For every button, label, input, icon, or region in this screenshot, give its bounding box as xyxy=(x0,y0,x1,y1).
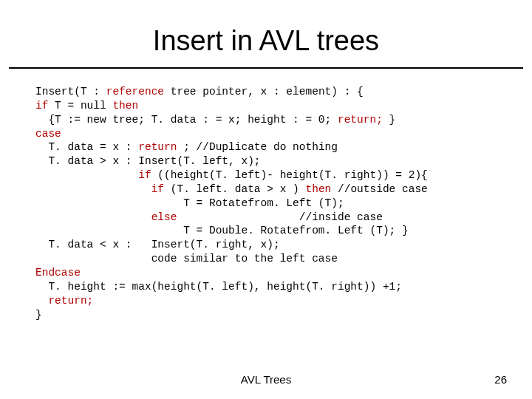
title-rule xyxy=(9,67,523,69)
t: (T. left. data > x ) xyxy=(164,183,305,195)
t xyxy=(35,211,151,223)
code-line: T. data < x : Insert(T. right, x); xyxy=(35,239,280,250)
t xyxy=(35,169,138,181)
code-line: {T := new tree; T. data : = x; height : … xyxy=(35,114,395,126)
code-line: T = Rotatefrom. Left (T); xyxy=(35,197,344,209)
kw-then: then xyxy=(305,183,331,195)
kw-if: if xyxy=(138,169,151,181)
kw-if: if xyxy=(35,100,48,112)
t: tree pointer, x : element) : { xyxy=(164,86,364,98)
t: {T := new tree; T. data : = x; height : … xyxy=(35,114,338,126)
code-block: Insert(T : reference tree pointer, x : e… xyxy=(35,85,532,321)
t: T = null xyxy=(48,100,112,112)
footer-title: AVL Trees xyxy=(0,373,532,386)
kw-then: then xyxy=(112,100,138,112)
t: } xyxy=(383,114,395,126)
kw-else: else xyxy=(151,211,177,223)
t: ; //Duplicate do nothing xyxy=(177,141,338,153)
code-line: T. height := max(height(T. left), height… xyxy=(35,281,402,293)
code-line: T = Double. Rotatefrom. Left (T); } xyxy=(35,225,409,236)
kw-case: case xyxy=(35,128,61,140)
code-line: code similar to the left case xyxy=(35,253,338,265)
kw-return: return; xyxy=(48,295,93,307)
kw-return: return xyxy=(138,141,177,153)
kw-return: return; xyxy=(338,114,383,126)
code-line: Insert(T : reference tree pointer, x : e… xyxy=(35,86,364,98)
t: //inside case xyxy=(177,211,382,223)
page-number: 26 xyxy=(494,373,507,386)
code-line: else //inside case xyxy=(35,211,383,223)
t: //outside case xyxy=(331,183,428,195)
code-line: T. data > x : Insert(T. left, x); xyxy=(35,155,261,167)
kw-if: if xyxy=(151,183,164,195)
code-line: if (T. left. data > x ) then //outside c… xyxy=(35,183,428,195)
t xyxy=(35,183,151,195)
t: Insert(T : xyxy=(35,86,106,98)
code-line: if T = null then xyxy=(35,100,138,112)
code-line: if ((height(T. left)- height(T. right)) … xyxy=(35,169,428,181)
code-line: return; xyxy=(35,295,93,307)
kw-reference: reference xyxy=(106,86,164,98)
slide: Insert in AVL trees Insert(T : reference… xyxy=(0,0,532,399)
slide-title: Insert in AVL trees xyxy=(0,0,532,67)
t: ((height(T. left)- height(T. right)) = 2… xyxy=(151,169,428,181)
code-line: T. data = x : return ; //Duplicate do no… xyxy=(35,141,338,153)
code-line: } xyxy=(35,309,42,321)
t: T. data = x : xyxy=(35,141,138,153)
t xyxy=(35,295,48,307)
kw-endcase: Endcase xyxy=(35,267,81,279)
